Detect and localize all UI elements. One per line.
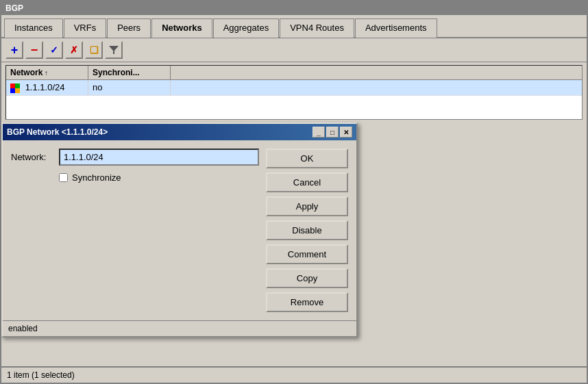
- cancel-button[interactable]: Cancel: [266, 172, 348, 192]
- toolbar: + − ✓ ✗ ❑: [1, 38, 587, 62]
- dialog-title-text: BGP Network <1.1.1.0/24>: [7, 127, 108, 137]
- tab-networks[interactable]: Networks: [151, 18, 212, 38]
- dialog: BGP Network <1.1.1.0/24> _ □ ✕ Network: …: [1, 123, 358, 337]
- title-bar: BGP: [1, 1, 587, 15]
- apply-button[interactable]: Apply: [266, 196, 348, 216]
- synchronize-row: Synchronize: [59, 172, 259, 183]
- tab-peers[interactable]: Peers: [107, 18, 151, 38]
- tab-bar: Instances VRFs Peers Networks Aggregates…: [1, 15, 587, 38]
- col-synchronize: Synchroni...: [88, 66, 171, 79]
- status-bar: 1 item (1 selected): [1, 366, 587, 383]
- tab-vpn4routes[interactable]: VPN4 Routes: [280, 18, 354, 38]
- window-title: BGP: [5, 3, 23, 13]
- tab-advertisements[interactable]: Advertisements: [355, 18, 437, 38]
- network-label: Network:: [11, 152, 59, 162]
- table-row[interactable]: 1.1.1.0/24 no: [6, 80, 582, 96]
- ok-button[interactable]: OK: [266, 149, 348, 168]
- dialog-footer: enabled: [3, 320, 356, 336]
- cell-synchronize: no: [88, 80, 171, 95]
- cell-network: 1.1.1.0/24: [6, 80, 88, 95]
- synchronize-label: Synchronize: [72, 172, 121, 183]
- network-icon: [10, 84, 20, 93]
- filter-button[interactable]: [105, 41, 123, 59]
- dialog-minimize-button[interactable]: _: [313, 127, 325, 138]
- status-text: 1 item (1 selected): [7, 370, 75, 380]
- dialog-left: Network: Synchronize: [11, 149, 259, 312]
- synchronize-checkbox[interactable]: [59, 173, 68, 182]
- copy-button[interactable]: Copy: [266, 268, 348, 288]
- content-area: BGP Network <1.1.1.0/24> _ □ ✕ Network: …: [1, 123, 587, 366]
- disable-button[interactable]: Disable: [266, 220, 348, 240]
- table-area: Network Synchroni... 1.1.1.0/24 no: [5, 65, 583, 120]
- dialog-close-button[interactable]: ✕: [340, 127, 352, 138]
- main-window: BGP Instances VRFs Peers Networks Aggreg…: [0, 0, 588, 384]
- network-form-row: Network:: [11, 149, 259, 166]
- dialog-status: enabled: [8, 324, 38, 333]
- remove-button-dialog[interactable]: Remove: [266, 292, 348, 312]
- svg-marker-0: [109, 46, 119, 54]
- filter-icon: [108, 44, 119, 55]
- remove-button[interactable]: −: [25, 41, 43, 59]
- dialog-body: Network: Synchronize OK Cancel Apply Dis…: [3, 140, 356, 320]
- tab-instances[interactable]: Instances: [4, 18, 63, 38]
- dialog-title-bar[interactable]: BGP Network <1.1.1.0/24> _ □ ✕: [3, 124, 356, 140]
- table-header: Network Synchroni...: [6, 66, 582, 80]
- dialog-maximize-button[interactable]: □: [326, 127, 339, 138]
- cross-button[interactable]: ✗: [65, 41, 83, 59]
- comment-button[interactable]: Comment: [266, 244, 348, 264]
- tab-aggregates[interactable]: Aggregates: [213, 18, 280, 38]
- check-button[interactable]: ✓: [45, 41, 63, 59]
- network-input[interactable]: [59, 149, 259, 166]
- add-button[interactable]: +: [5, 41, 23, 59]
- copy-page-button[interactable]: ❑: [85, 41, 103, 59]
- col-network: Network: [6, 66, 88, 79]
- dialog-title-buttons: _ □ ✕: [313, 127, 352, 138]
- tab-vrfs[interactable]: VRFs: [64, 18, 107, 38]
- dialog-buttons: OK Cancel Apply Disable Comment Copy Rem…: [266, 149, 348, 312]
